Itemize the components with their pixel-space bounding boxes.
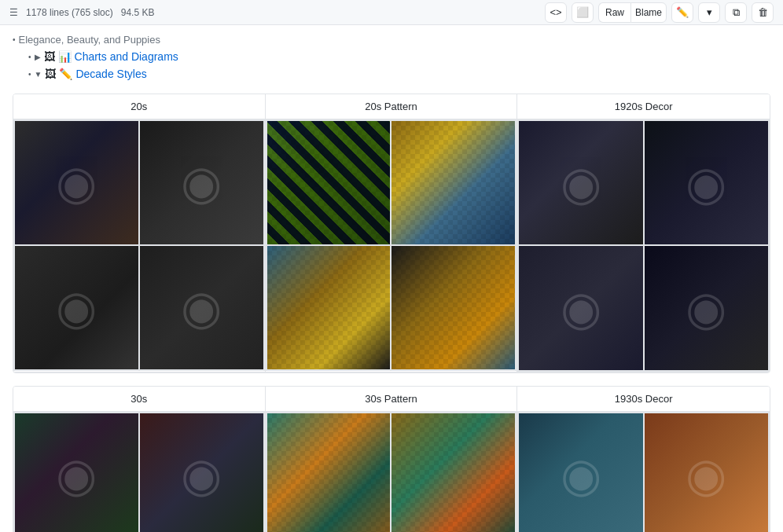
toolbar-right: <> ⬜ Raw Blame ✏️ ▾ ⧉ 🗑 [545, 2, 774, 23]
pencil-button[interactable]: ✏️ [671, 2, 693, 23]
content-area: • Elegance, Beauty, and Puppies • ▶ 🖼 📊 … [0, 25, 783, 532]
header-cell-1920s-decor: 1920s Decor [517, 94, 770, 372]
images-20s [13, 119, 265, 371]
delete-button[interactable]: 🗑 [752, 2, 774, 23]
grid-header-row-30s: 30s 30s Pattern 1930s Decor [13, 387, 770, 532]
file-icon: ⬜ [576, 6, 589, 18]
header-cell-30s: 30s [13, 387, 266, 532]
images-30s-pattern [266, 412, 517, 532]
bullet-icon-2: • [28, 53, 31, 61]
hamburger-icon: ☰ [9, 7, 18, 18]
chevron-down-icon: ▾ [707, 6, 712, 18]
expanded-arrow-icon[interactable]: ▼ [35, 70, 42, 79]
tree-charts-item: • ▶ 🖼 📊 Charts and Diagrams [13, 48, 770, 65]
file-size: 94.5 KB [121, 7, 155, 18]
code-icon: <> [550, 6, 561, 18]
images-1930s-decor [517, 412, 770, 532]
toolbar-left: ☰ 1178 lines (765 sloc) 94.5 KB [9, 7, 154, 18]
section-20s: 20s 20s Pattern 1920s Decor [13, 94, 770, 373]
pencil-icon: ✏️ [676, 6, 689, 18]
image-icon-2: 🖼 [45, 68, 56, 80]
grid-header-row-20s: 20s 20s Pattern 1920s Decor [13, 94, 770, 372]
image-20sp-4 [392, 246, 515, 369]
file-view-button[interactable]: ⬜ [572, 2, 594, 23]
images-20s-pattern [266, 119, 517, 371]
tree-decade-item: • ▼ 🖼 ✏️ Decade Styles [13, 65, 770, 83]
raw-button[interactable]: Raw [598, 2, 630, 23]
images-1920s-decor [517, 119, 770, 372]
image-1920s-decor-2 [645, 121, 768, 244]
image-20sp-2 [392, 121, 515, 244]
code-view-button[interactable]: <> [545, 2, 567, 23]
header-cell-20s: 20s [13, 94, 266, 372]
image-30sp-1 [267, 413, 391, 532]
header-1930s-decor: 1930s Decor [517, 387, 770, 412]
header-cell-20s-pattern: 20s Pattern [266, 94, 518, 372]
copy-button[interactable]: ⧉ [725, 2, 747, 23]
raw-blame-group: Raw Blame [598, 2, 667, 23]
copy-icon: ⧉ [733, 6, 740, 19]
header-1920s-decor: 1920s Decor [517, 94, 770, 119]
file-line-count: 1178 lines (765 sloc) [26, 7, 113, 18]
image-20sp-3 [267, 246, 391, 369]
header-30s: 30s [13, 387, 265, 412]
toolbar: ☰ 1178 lines (765 sloc) 94.5 KB <> ⬜ Raw… [0, 0, 783, 25]
image-30s-1 [15, 413, 138, 532]
section-30s: 30s 30s Pattern 1930s Decor [13, 386, 770, 532]
image-20s-4 [140, 246, 263, 369]
bullet-icon-3: • [28, 70, 31, 79]
image-20s-3 [15, 246, 138, 369]
header-cell-1930s-decor: 1930s Decor [517, 387, 770, 532]
image-20sp-1 [267, 121, 391, 244]
decade-styles-link[interactable]: Decade Styles [75, 68, 146, 80]
image-20s-1 [15, 121, 138, 244]
images-30s [13, 412, 265, 532]
image-30sp-2 [392, 413, 515, 532]
image-1930s-decor-2 [645, 413, 768, 532]
image-1930s-decor-1 [519, 413, 642, 532]
charts-diagrams-link[interactable]: Charts and Diagrams [75, 50, 178, 63]
header-20s: 20s [13, 94, 265, 119]
tree-faded-item: • Elegance, Beauty, and Puppies [13, 31, 770, 48]
blame-button[interactable]: Blame [630, 2, 667, 23]
chart-icon: 📊 [58, 50, 72, 63]
more-options-button[interactable]: ▾ [698, 2, 720, 23]
image-1920s-decor-3 [519, 246, 642, 369]
header-20s-pattern: 20s Pattern [266, 94, 517, 119]
image-icon: 🖼 [44, 50, 55, 63]
edit-pencil-icon: ✏️ [59, 68, 72, 80]
bullet-icon: • [13, 35, 16, 44]
trash-icon: 🗑 [758, 6, 768, 18]
collapsed-arrow-icon[interactable]: ▶ [35, 53, 41, 61]
image-1920s-decor-1 [519, 121, 642, 244]
header-30s-pattern: 30s Pattern [266, 387, 517, 412]
image-20s-2 [140, 121, 263, 244]
image-1920s-decor-4 [645, 246, 768, 369]
header-cell-30s-pattern: 30s Pattern [266, 387, 518, 532]
image-30s-2 [140, 413, 263, 532]
